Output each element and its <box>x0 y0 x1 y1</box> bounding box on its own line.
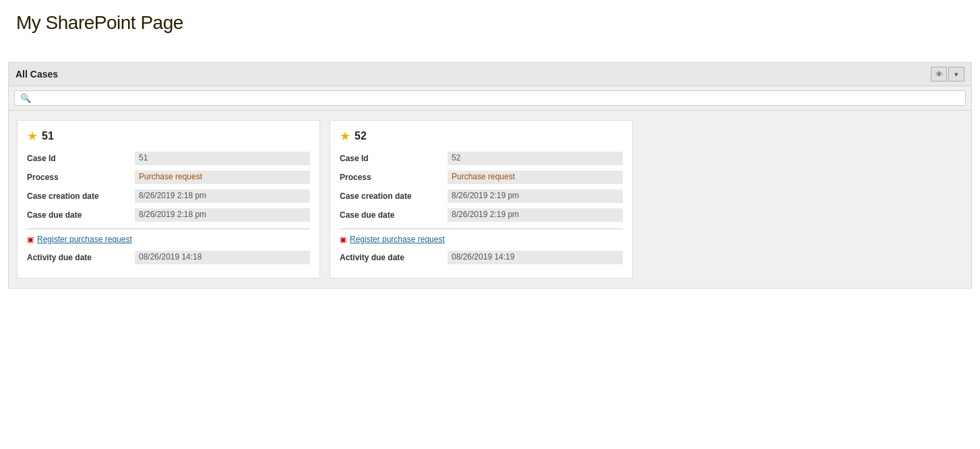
page-header: My SharePoint Page <box>0 0 980 42</box>
page-title: My SharePoint Page <box>16 12 964 34</box>
due-date-label-51: Case due date <box>27 210 135 220</box>
activity-due-date-label-52: Activity due date <box>340 253 448 262</box>
due-date-row-51: Case due date 8/26/2019 2:18 pm <box>27 207 310 223</box>
due-date-row-52: Case due date 8/26/2019 2:19 pm <box>340 207 623 223</box>
process-row-52: Process Purchase request <box>340 169 623 185</box>
activity-section-51: ▣ Register purchase request Activity due… <box>27 235 310 266</box>
process-value-51: Purchase request <box>135 171 310 184</box>
star-icon-52[interactable]: ★ <box>340 129 350 144</box>
cases-section: All Cases 👁 ▾ 🔍 ★ 51 Case Id 5 <box>8 62 972 289</box>
card-fields-52: Case Id 52 Process Purchase request Case… <box>340 150 623 223</box>
cases-header: All Cases 👁 ▾ <box>9 63 971 86</box>
process-label-51: Process <box>27 173 135 182</box>
due-date-label-52: Case due date <box>340 210 448 220</box>
creation-date-row-52: Case creation date 8/26/2019 2:19 pm <box>340 188 623 204</box>
register-purchase-link-52[interactable]: Register purchase request <box>350 235 445 244</box>
creation-date-row-51: Case creation date 8/26/2019 2:18 pm <box>27 188 310 204</box>
search-icon: 🔍 <box>20 93 31 103</box>
case-id-row-51: Case Id 51 <box>27 150 310 167</box>
process-label-52: Process <box>340 173 448 182</box>
creation-date-value-51: 8/26/2019 2:18 pm <box>135 189 310 203</box>
due-date-value-52: 8/26/2019 2:19 pm <box>448 208 623 222</box>
search-input[interactable] <box>35 93 960 103</box>
activity-section-52: ▣ Register purchase request Activity due… <box>340 235 623 266</box>
case-id-value-52: 52 <box>448 152 623 165</box>
card-fields-51: Case Id 51 Process Purchase request Case… <box>27 150 310 223</box>
case-number-52: 52 <box>355 130 367 142</box>
activity-link-row-52: ▣ Register purchase request <box>340 235 623 244</box>
dropdown-icon-button[interactable]: ▾ <box>948 67 964 82</box>
card-divider-51 <box>27 229 310 229</box>
activity-due-date-row-52: Activity due date 08/26/2019 14:19 <box>340 249 623 266</box>
activity-due-date-value-52: 08/26/2019 14:19 <box>448 251 623 264</box>
activity-icon-51: ▣ <box>27 235 34 244</box>
search-bar: 🔍 <box>9 86 971 111</box>
case-id-value-51: 51 <box>135 152 310 165</box>
activity-link-row-51: ▣ Register purchase request <box>27 235 310 244</box>
case-id-label-52: Case Id <box>340 154 448 163</box>
eye-icon: 👁 <box>936 70 943 78</box>
case-card-52: ★ 52 Case Id 52 Process Purchase request… <box>330 120 633 278</box>
activity-icon-52: ▣ <box>340 235 346 244</box>
activity-due-date-value-51: 08/26/2019 14:18 <box>135 251 310 264</box>
view-icon-button[interactable]: 👁 <box>931 67 947 82</box>
activity-due-date-row-51: Activity due date 08/26/2019 14:18 <box>27 249 310 266</box>
chevron-down-icon: ▾ <box>954 70 958 79</box>
creation-date-value-52: 8/26/2019 2:19 pm <box>448 189 623 203</box>
card-header-51: ★ 51 <box>27 129 310 144</box>
search-input-wrap[interactable]: 🔍 <box>14 90 966 106</box>
case-id-row-52: Case Id 52 <box>340 150 623 167</box>
process-row-51: Process Purchase request <box>27 169 310 185</box>
creation-date-label-52: Case creation date <box>340 191 448 201</box>
creation-date-label-51: Case creation date <box>27 191 135 201</box>
card-divider-52 <box>340 229 623 229</box>
cases-header-title: All Cases <box>16 69 58 80</box>
card-header-52: ★ 52 <box>340 129 623 144</box>
header-icons: 👁 ▾ <box>931 67 964 82</box>
star-icon-51[interactable]: ★ <box>27 129 38 144</box>
cards-container: ★ 51 Case Id 51 Process Purchase request… <box>9 111 971 288</box>
register-purchase-link-51[interactable]: Register purchase request <box>37 235 132 244</box>
case-number-51: 51 <box>42 130 54 142</box>
process-value-52: Purchase request <box>448 171 623 184</box>
case-id-label-51: Case Id <box>27 154 135 163</box>
due-date-value-51: 8/26/2019 2:18 pm <box>135 208 310 222</box>
case-card-51: ★ 51 Case Id 51 Process Purchase request… <box>17 120 320 278</box>
activity-due-date-label-51: Activity due date <box>27 253 135 262</box>
